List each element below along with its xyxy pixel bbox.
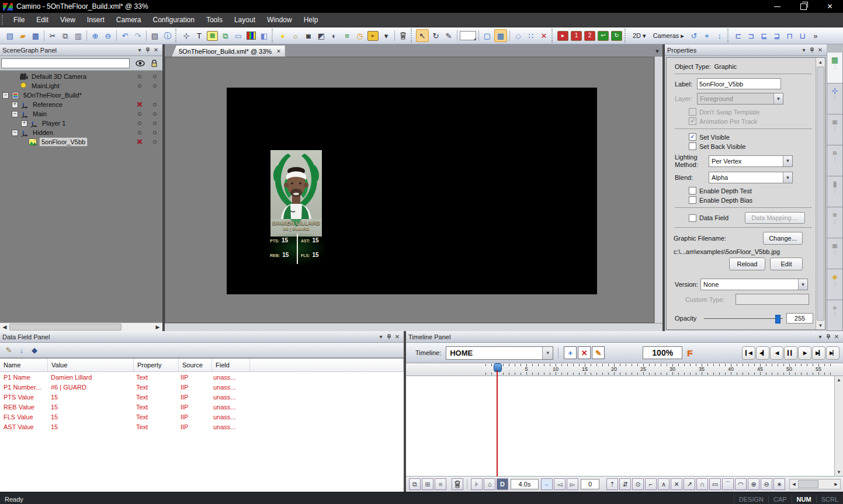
menu-window[interactable]: Window (261, 13, 298, 27)
new-file-icon[interactable]: ▤ (4, 30, 16, 41)
table-row[interactable]: FLS Value15TextIIPunass... (0, 412, 404, 422)
rail-jar-icon[interactable]: ▮⋮ (827, 176, 843, 207)
tab-list-dropdown-icon[interactable]: ▾ (652, 46, 662, 57)
table-row[interactable]: PTS Value15TextIIPunass... (0, 392, 404, 402)
menu-help[interactable]: Help (298, 13, 324, 27)
zoom-keys-in-button[interactable]: ⊕ (748, 478, 759, 490)
lock-cell[interactable] (147, 131, 162, 134)
contrast-tool-icon[interactable]: ◐ (328, 30, 340, 41)
timeline-zoom-box[interactable]: 100% (643, 346, 682, 359)
column-header-property[interactable]: Property (134, 359, 179, 371)
paste-icon[interactable]: ▥ (72, 30, 84, 41)
scenegraph-filter-input[interactable] (1, 58, 130, 68)
panel-menu-icon[interactable]: ▾ (800, 46, 808, 54)
label-input[interactable]: 5onFloor_V5bb (697, 78, 781, 89)
scroll-right-icon[interactable]: ► (832, 481, 840, 487)
cube-tool-icon[interactable]: ◧ (258, 30, 270, 41)
column-header-field[interactable]: Field (212, 359, 250, 371)
lighting-method-select[interactable]: Per Vertex ▼ (709, 155, 793, 167)
tree-row-5onfloor-v5bb[interactable]: 5onFloor_V5bb✕ (0, 137, 162, 147)
align-left-icon[interactable]: ⊏ (733, 30, 744, 41)
mode-2d-dropdown[interactable]: 2D ▾ (630, 30, 649, 41)
lock-cell[interactable] (147, 112, 162, 116)
dropdown-arrow-icon[interactable]: ▾ (380, 30, 392, 41)
status-mode-scrl[interactable]: SCRL (816, 495, 843, 503)
copy-icon[interactable]: ⧉ (60, 30, 71, 41)
opacity-value[interactable]: 255 (786, 313, 813, 324)
timeline-hscrollbar[interactable]: ◄► (789, 479, 841, 489)
lock-cell[interactable] (147, 121, 162, 125)
minimize-button[interactable] (764, 0, 790, 13)
timeline-ruler[interactable]: 510152025303540455055 (406, 363, 843, 376)
duration-field[interactable]: 4.0s (511, 479, 539, 489)
align-right-icon[interactable]: ⊑ (758, 30, 770, 41)
scroll-thumb[interactable] (798, 480, 818, 488)
prev-page-key-button[interactable]: ◅ (554, 478, 566, 490)
step-forward-button[interactable]: ▶▎ (812, 346, 825, 360)
camera-tool-icon[interactable]: ◙ (303, 30, 314, 41)
rect-tool-icon[interactable]: ▭ (233, 30, 244, 41)
add-page-button[interactable]: + (564, 346, 577, 359)
table-row[interactable]: AST Value15TextIIPunass... (0, 422, 404, 432)
opacity-slider-handle[interactable] (775, 315, 780, 324)
image-tool-icon[interactable]: ▩ (207, 31, 218, 41)
panel-close-icon[interactable]: ✕ (393, 333, 401, 340)
interp-arch-button[interactable]: ∩ (696, 478, 708, 490)
select-tool-icon[interactable]: ↖ (416, 29, 429, 42)
tree-expander-icon[interactable]: + (12, 102, 18, 108)
opacity-slider[interactable] (704, 318, 783, 319)
properties-vscrollbar[interactable]: ▲ ▼ (816, 58, 825, 329)
video-tool-icon[interactable]: ▸ (367, 31, 379, 41)
timeline-content[interactable]: ▲ ▼ (406, 376, 843, 476)
open-folder-icon[interactable]: ▰ (17, 30, 29, 41)
version-select[interactable]: None ▼ (700, 279, 808, 290)
panel-pin-icon[interactable] (808, 46, 816, 54)
column-header-name[interactable]: Name (0, 359, 48, 371)
panel-pin-icon[interactable] (824, 333, 832, 340)
scenegraph-hscrollbar[interactable]: ◀ ▶ (0, 322, 162, 331)
tree-expander-icon[interactable]: + (21, 120, 27, 127)
timeline-vscrollbar[interactable]: ▲ ▼ (834, 376, 843, 476)
redo-icon[interactable]: ↷ (132, 30, 144, 41)
pan-camera-icon[interactable]: ⌖ (701, 30, 713, 41)
rec-red-play-icon[interactable]: ▸ (557, 31, 568, 41)
edit-keys-button[interactable]: ∗ (773, 478, 785, 490)
anim-layers-button[interactable]: ≡ (435, 478, 446, 490)
rec-green-back-icon[interactable]: ↩ (598, 31, 609, 41)
lock-cell[interactable] (147, 100, 162, 109)
duration-mode-button[interactable]: D (497, 478, 508, 490)
picker-tool-icon[interactable]: ✎ (443, 30, 455, 41)
machine-tool-icon[interactable]: ☼ (290, 30, 301, 41)
menu-view[interactable]: View (54, 13, 81, 27)
delete-page-button[interactable]: ✕ (578, 346, 591, 359)
scroll-thumb[interactable] (817, 67, 824, 321)
scroll-left-icon[interactable]: ◀ (0, 324, 9, 330)
visibility-cell[interactable] (132, 121, 147, 125)
align-top-icon[interactable]: ⊒ (771, 30, 783, 41)
viewport[interactable]: DAMIEN LILLARD #6 | GUARD PTS: 15 A (165, 57, 654, 323)
rec-red-1-icon[interactable]: 1 (571, 31, 582, 41)
orbit-camera-icon[interactable]: ↺ (688, 30, 700, 41)
table-row[interactable]: REB Value15TextIIPunass... (0, 402, 404, 412)
depth-bias-checkbox[interactable] (689, 196, 696, 204)
pin-time-button[interactable]: ⊦ (471, 478, 483, 490)
curve-a-button[interactable]: ⌒ (722, 478, 734, 490)
undo-icon[interactable]: ↶ (119, 30, 131, 41)
change-button[interactable]: Change... (763, 232, 803, 245)
tree-row-default-3d-camera[interactable]: Default 3D Camera (0, 72, 162, 81)
interp-cross-button[interactable]: ✕ (671, 478, 682, 490)
rec-red-2-icon[interactable]: 2 (584, 31, 595, 41)
column-header-source[interactable]: Source (179, 359, 212, 371)
tree-row-player-1[interactable]: +Player 1 (0, 119, 162, 128)
region-select-icon[interactable]: ▩ (494, 29, 507, 42)
scroll-thumb[interactable] (9, 324, 122, 331)
visibility-cell[interactable] (132, 84, 147, 88)
viewport-hscrollbar[interactable] (165, 323, 662, 331)
color-swatch-icon[interactable] (460, 30, 476, 41)
edit-fields-icon[interactable]: ✎ (3, 345, 15, 356)
save-icon[interactable]: ▦ (30, 30, 41, 41)
next-page-key-button[interactable]: ▻ (567, 478, 578, 490)
zoom-keys-out-button[interactable]: ⊖ (761, 478, 772, 490)
rotate-tool-icon[interactable]: ↻ (430, 30, 442, 41)
mask-tool-icon[interactable]: ◩ (315, 30, 327, 41)
